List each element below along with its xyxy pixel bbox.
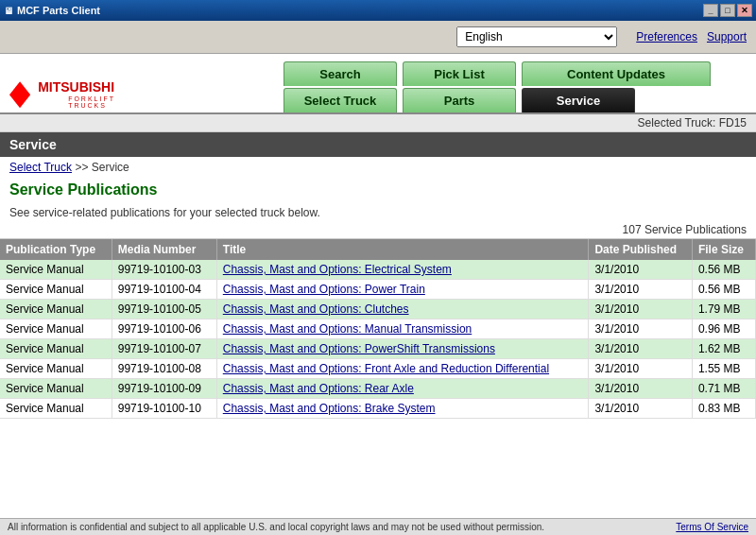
cell-date: 3/1/2010 [589, 280, 693, 300]
selected-truck-label: Selected Truck: FD15 [638, 116, 747, 129]
footer-disclaimer: All information is confidential and subj… [8, 522, 544, 532]
col-header-pubtype: Publication Type [0, 239, 112, 260]
breadcrumb-current: Service [92, 161, 129, 174]
publication-link[interactable]: Chassis, Mast and Options: PowerShift Tr… [223, 342, 495, 355]
tab-selecttruck[interactable]: Select Truck [284, 88, 397, 112]
cell-title: Chassis, Mast and Options: Rear Axle [216, 379, 589, 399]
cell-pubtype: Service Manual [0, 399, 112, 419]
publications-table: Publication Type Media Number Title Date… [0, 239, 756, 419]
cell-pubtype: Service Manual [0, 359, 112, 379]
table-row: Service Manual99719-10100-09Chassis, Mas… [0, 379, 756, 399]
tab-parts[interactable]: Parts [403, 88, 516, 112]
publication-link[interactable]: Chassis, Mast and Options: Manual Transm… [223, 322, 472, 336]
table-header-row: Publication Type Media Number Title Date… [0, 239, 756, 260]
preferences-link[interactable]: Preferences [636, 30, 697, 43]
app-icon: 🖥 [4, 6, 13, 16]
cell-medianumber: 99719-10100-08 [112, 359, 216, 379]
cell-filesize: 0.71 MB [692, 379, 755, 399]
col-header-title: Title [216, 239, 589, 260]
service-section-header: Service [0, 132, 756, 157]
cell-medianumber: 99719-10100-10 [112, 399, 216, 419]
tab-service[interactable]: Service [522, 88, 635, 112]
publication-link[interactable]: Chassis, Mast and Options: Front Axle an… [223, 362, 549, 375]
cell-filesize: 0.83 MB [692, 399, 755, 419]
cell-medianumber: 99719-10100-05 [112, 300, 216, 319]
logo: MITSUBISHI FORKLIFT TRUCKS [9, 80, 132, 112]
minimize-button[interactable]: _ [703, 4, 718, 17]
cell-title: Chassis, Mast and Options: Power Train [216, 280, 589, 300]
table-row: Service Manual99719-10100-03Chassis, Mas… [0, 260, 756, 280]
table-row: Service Manual99719-10100-06Chassis, Mas… [0, 319, 756, 339]
cell-pubtype: Service Manual [0, 300, 112, 319]
company-name: MITSUBISHI [38, 80, 114, 95]
publication-link[interactable]: Chassis, Mast and Options: Clutches [223, 302, 409, 316]
content-area: Service Select Truck >> Service Service … [0, 132, 756, 518]
cell-date: 3/1/2010 [589, 399, 693, 419]
publications-count: 107 Service Publications [0, 221, 756, 238]
maximize-button[interactable]: □ [720, 4, 735, 17]
nav-row2: Select Truck Parts Service [284, 86, 711, 112]
cell-date: 3/1/2010 [589, 359, 693, 379]
publications-table-container[interactable]: Publication Type Media Number Title Date… [0, 238, 756, 518]
cell-pubtype: Service Manual [0, 280, 112, 300]
cell-filesize: 0.56 MB [692, 260, 755, 280]
cell-title: Chassis, Mast and Options: Manual Transm… [216, 319, 589, 339]
footer: All information is confidential and subj… [0, 518, 756, 535]
topbar: English French Spanish German Preference… [0, 21, 756, 54]
language-select[interactable]: English French Spanish German [456, 26, 617, 47]
cell-date: 3/1/2010 [589, 379, 693, 399]
cell-medianumber: 99719-10100-06 [112, 319, 216, 339]
tab-search[interactable]: Search [284, 61, 397, 86]
cell-pubtype: Service Manual [0, 260, 112, 280]
publication-link[interactable]: Chassis, Mast and Options: Rear Axle [223, 382, 414, 395]
main-window: English French Spanish German Preference… [0, 21, 756, 535]
terms-of-service-link[interactable]: Terms Of Service [676, 522, 748, 532]
tab-picklist[interactable]: Pick List [403, 61, 516, 86]
cell-date: 3/1/2010 [589, 260, 693, 280]
company-sub: FORKLIFT TRUCKS [68, 95, 132, 109]
mitsubishi-diamond-icon [9, 81, 30, 108]
cell-filesize: 0.96 MB [692, 319, 755, 339]
table-row: Service Manual99719-10100-10Chassis, Mas… [0, 399, 756, 419]
cell-date: 3/1/2010 [589, 339, 693, 359]
selected-truck-bar: Selected Truck: FD15 [0, 114, 756, 132]
cell-medianumber: 99719-10100-07 [112, 339, 216, 359]
cell-title: Chassis, Mast and Options: Front Axle an… [216, 359, 589, 379]
cell-pubtype: Service Manual [0, 339, 112, 359]
header-area: MITSUBISHI FORKLIFT TRUCKS Search Pick L… [0, 54, 756, 114]
cell-filesize: 1.79 MB [692, 300, 755, 319]
cell-medianumber: 99719-10100-03 [112, 260, 216, 280]
publication-link[interactable]: Chassis, Mast and Options: Brake System [223, 402, 436, 415]
cell-pubtype: Service Manual [0, 379, 112, 399]
app-title: MCF Parts Client [17, 5, 100, 16]
breadcrumb: Select Truck >> Service [0, 157, 756, 178]
support-link[interactable]: Support [707, 30, 747, 43]
cell-title: Chassis, Mast and Options: Clutches [216, 300, 589, 319]
cell-filesize: 1.62 MB [692, 339, 755, 359]
col-header-filesize: File Size [692, 239, 755, 260]
cell-title: Chassis, Mast and Options: Electrical Sy… [216, 260, 589, 280]
titlebar: 🖥 MCF Parts Client _ □ ✕ [0, 0, 756, 21]
publication-link[interactable]: Chassis, Mast and Options: Electrical Sy… [223, 263, 452, 276]
table-row: Service Manual99719-10100-04Chassis, Mas… [0, 280, 756, 300]
cell-title: Chassis, Mast and Options: Brake System [216, 399, 589, 419]
close-button[interactable]: ✕ [737, 4, 752, 17]
publication-link[interactable]: Chassis, Mast and Options: Power Train [223, 283, 425, 296]
cell-date: 3/1/2010 [589, 319, 693, 339]
cell-medianumber: 99719-10100-09 [112, 379, 216, 399]
logo-nav: MITSUBISHI FORKLIFT TRUCKS Search Pick L… [0, 54, 756, 112]
breadcrumb-separator: >> [75, 161, 88, 174]
cell-pubtype: Service Manual [0, 319, 112, 339]
publications-title: Service Publications [0, 178, 756, 202]
nav-row1: Search Pick List Content Updates [284, 58, 711, 86]
publications-description: See service-related publications for you… [0, 202, 756, 221]
cell-filesize: 1.55 MB [692, 359, 755, 379]
table-row: Service Manual99719-10100-07Chassis, Mas… [0, 339, 756, 359]
tab-contentupdates[interactable]: Content Updates [522, 61, 711, 86]
breadcrumb-selecttruck-link[interactable]: Select Truck [9, 161, 72, 174]
cell-title: Chassis, Mast and Options: PowerShift Tr… [216, 339, 589, 359]
titlebar-left: 🖥 MCF Parts Client [4, 5, 100, 16]
table-row: Service Manual99719-10100-08Chassis, Mas… [0, 359, 756, 379]
table-row: Service Manual99719-10100-05Chassis, Mas… [0, 300, 756, 319]
col-header-date: Date Published [589, 239, 693, 260]
